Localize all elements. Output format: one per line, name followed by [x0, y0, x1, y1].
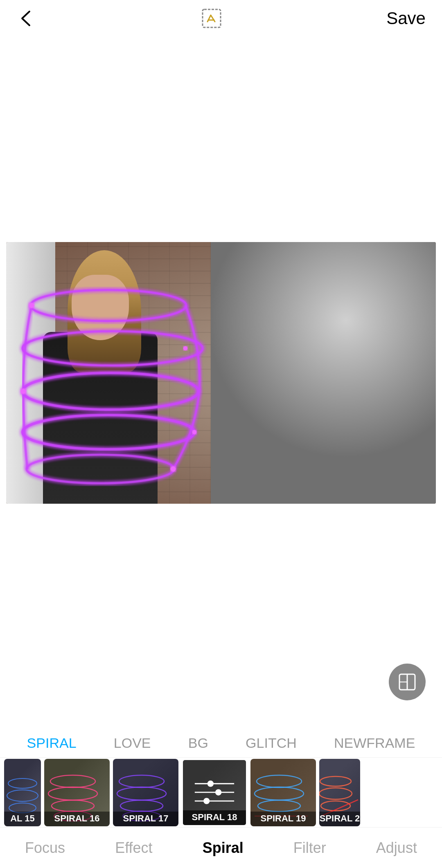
save-button[interactable]: Save: [386, 9, 426, 28]
thumbnail-row: AL 15 SPIRAL 16 SPIRAL 17: [0, 758, 442, 827]
list-item[interactable]: SPIRAL 17: [113, 759, 178, 826]
nav-adjust[interactable]: Adjust: [376, 839, 417, 857]
nav-effect[interactable]: Effect: [115, 839, 152, 857]
thumbnail-label: SPIRAL 17: [113, 812, 178, 826]
list-item[interactable]: SPIRAL 19: [250, 759, 316, 826]
svg-point-29: [215, 789, 221, 795]
tab-love[interactable]: LOVE: [106, 731, 159, 755]
tab-row: SPIRAL LOVE BG GLITCH NEWFRAME: [0, 729, 442, 758]
svg-point-31: [257, 775, 302, 787]
nav-focus[interactable]: Focus: [25, 839, 65, 857]
svg-point-23: [120, 800, 163, 812]
edit-icon: [197, 4, 226, 33]
list-item[interactable]: SPIRAL 18: [182, 759, 247, 826]
list-item[interactable]: AL 15: [4, 759, 41, 826]
photo-container: [6, 242, 436, 504]
svg-point-33: [258, 800, 300, 812]
thumbnail-label: SPIRAL 18: [183, 810, 246, 825]
svg-point-36: [319, 788, 352, 799]
thumbnail-label: SPIRAL 19: [250, 812, 316, 826]
thumbnail-label: SPIRAL 2: [319, 812, 360, 826]
tab-newframe[interactable]: NEWFRAME: [326, 731, 423, 755]
svg-point-21: [119, 775, 164, 787]
tab-bg[interactable]: BG: [180, 731, 216, 755]
nav-spiral[interactable]: Spiral: [203, 839, 244, 857]
thumbnail-label: AL 15: [4, 812, 41, 826]
svg-point-35: [320, 776, 351, 786]
svg-point-19: [52, 800, 94, 812]
svg-rect-0: [203, 9, 221, 27]
svg-point-18: [48, 787, 97, 800]
back-button[interactable]: [16, 8, 37, 29]
svg-point-15: [7, 790, 38, 801]
svg-point-30: [203, 798, 210, 804]
list-item[interactable]: SPIRAL 2: [319, 759, 360, 826]
nav-filter[interactable]: Filter: [293, 839, 326, 857]
svg-point-17: [50, 775, 95, 787]
header: Save: [0, 0, 442, 37]
svg-point-28: [207, 781, 214, 787]
tab-spiral[interactable]: SPIRAL: [19, 731, 85, 755]
compare-button[interactable]: [389, 664, 426, 700]
svg-point-32: [255, 787, 304, 800]
svg-point-14: [8, 778, 37, 788]
canvas-area: [0, 37, 442, 709]
bottom-panel: SPIRAL LOVE BG GLITCH NEWFRAME AL 15 SPI…: [0, 709, 442, 868]
bottom-nav: Focus Effect Spiral Filter Adjust: [0, 827, 442, 868]
tab-glitch[interactable]: GLITCH: [237, 731, 305, 755]
thumbnail-label: SPIRAL 16: [44, 812, 110, 826]
list-item[interactable]: SPIRAL 16: [44, 759, 110, 826]
svg-point-22: [117, 787, 166, 800]
